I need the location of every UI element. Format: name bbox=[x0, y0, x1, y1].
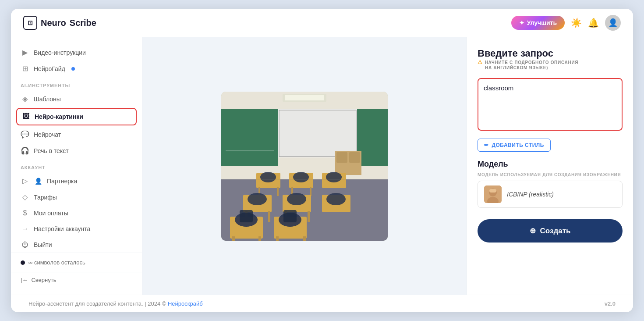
symbols-left: ∞ символов осталось bbox=[21, 259, 132, 266]
svg-rect-34 bbox=[232, 236, 235, 241]
svg-rect-5 bbox=[279, 110, 356, 157]
sidebar-item-label: Мои оплаты bbox=[34, 210, 68, 217]
model-avatar bbox=[484, 185, 502, 203]
svg-rect-3 bbox=[221, 109, 278, 166]
svg-rect-49 bbox=[489, 189, 496, 193]
sidebar: ▶ Видео-инструкции ⊞ НейроГайд AI-ИНСТРУ… bbox=[11, 37, 142, 295]
collapse-icon: |← bbox=[21, 277, 28, 283]
svg-rect-37 bbox=[303, 236, 306, 241]
new-dot bbox=[71, 67, 75, 71]
create-button[interactable]: ⊕ Создать bbox=[478, 219, 623, 243]
settings-icon: → bbox=[21, 225, 29, 233]
upgrade-icon: ✦ bbox=[519, 19, 524, 26]
video-icon: ▶ bbox=[21, 48, 29, 57]
content-area: Введите запрос ⚠ НАЧНИТЕ С ПОДРОБНОГО ОП… bbox=[142, 37, 633, 295]
svg-rect-11 bbox=[349, 152, 360, 163]
svg-point-19 bbox=[260, 172, 276, 182]
sidebar-item-neuro-images[interactable]: 🖼 Нейро-картинки bbox=[16, 108, 137, 125]
logo: ⊡ NeuroScribe bbox=[23, 16, 96, 30]
model-title: Модель bbox=[478, 160, 623, 169]
tariffs-icon: ◇ bbox=[21, 193, 29, 201]
collapse-button[interactable]: |← Свернуть bbox=[11, 272, 142, 288]
partner-icon: ▷ bbox=[21, 177, 29, 185]
svg-rect-28 bbox=[308, 211, 310, 222]
query-textarea[interactable]: classroom bbox=[478, 78, 623, 131]
sidebar-item-speech[interactable]: 🎧 Речь в текст bbox=[11, 143, 142, 159]
warning-icon: ⚠ bbox=[478, 59, 483, 65]
add-style-button[interactable]: ✏ добавить стиль bbox=[478, 139, 551, 152]
svg-rect-35 bbox=[258, 236, 261, 241]
speech-icon: 🎧 bbox=[21, 146, 29, 155]
subtitle-text1: НАЧНИТЕ С ПОДРОБНОГО ОПИСАНИЯ bbox=[485, 60, 578, 65]
model-name: ICBINP (realistic) bbox=[507, 191, 554, 198]
avatar[interactable]: 👤 bbox=[605, 15, 621, 31]
header-right: ✦ Улучшить ☀️ 🔔 👤 bbox=[511, 15, 621, 31]
section-ai-label: AI-ИНСТРУМЕНТЫ bbox=[11, 77, 142, 91]
sidebar-item-label: Речь в текст bbox=[34, 147, 69, 154]
main-layout: ▶ Видео-инструкции ⊞ НейроГайд AI-ИНСТРУ… bbox=[11, 37, 633, 295]
svg-point-20 bbox=[293, 172, 309, 182]
sidebar-item-templates[interactable]: ◈ Шаблоны bbox=[11, 91, 142, 107]
sidebar-item-label: Нейро-картинки bbox=[35, 113, 83, 120]
sidebar-item-label: Нейрочат bbox=[34, 131, 61, 138]
upgrade-button[interactable]: ✦ Улучшить bbox=[511, 16, 565, 30]
svg-rect-6 bbox=[357, 109, 388, 166]
sidebar-item-settings[interactable]: → Настройки аккаунта bbox=[11, 221, 142, 237]
sidebar-item-label: НейроГайд bbox=[34, 65, 65, 72]
sidebar-item-partner[interactable]: ▷ 👤 Партнерка bbox=[11, 173, 142, 189]
payments-icon: $ bbox=[21, 209, 29, 217]
sidebar-footer: ∞ символов осталось bbox=[11, 253, 142, 272]
sidebar-item-neurochat[interactable]: 💬 Нейрочат bbox=[11, 126, 142, 143]
neuro-images-icon: 🖼 bbox=[21, 113, 30, 121]
notifications-button[interactable]: 🔔 bbox=[588, 18, 599, 28]
sidebar-item-tariffs[interactable]: ◇ Тарифы bbox=[11, 189, 142, 205]
svg-point-30 bbox=[287, 193, 306, 205]
model-subtitle: МОДЕЛЬ ИСПОЛЬЗУЕМАЯ ДЛЯ СОЗДАНИЯ ИЗОБРАЖ… bbox=[478, 172, 623, 177]
sidebar-item-label: Тарифы bbox=[34, 194, 57, 201]
query-section: Введите запрос ⚠ НАЧНИТЕ С ПОДРОБНОГО ОП… bbox=[478, 48, 623, 70]
sidebar-item-payments[interactable]: $ Мои оплаты bbox=[11, 205, 142, 221]
logo-neuro: Neuro bbox=[41, 18, 66, 28]
symbols-dot bbox=[21, 260, 25, 265]
create-label: Создать bbox=[540, 227, 571, 235]
sidebar-item-label: Шаблоны bbox=[34, 96, 61, 103]
footer-text: Нейро-ассистент для создателей контента.… bbox=[28, 300, 203, 307]
footer-main-text: Нейро-ассистент для создателей контента.… bbox=[28, 300, 168, 307]
image-section bbox=[142, 37, 467, 295]
app-window: ⊡ NeuroScribe ✦ Улучшить ☀️ 🔔 👤 ▶ Видео-… bbox=[11, 9, 633, 312]
sidebar-item-logout[interactable]: ⏻ Выйти bbox=[11, 237, 142, 253]
person-icon: 👤 bbox=[34, 178, 42, 185]
sidebar-item-neuroguide[interactable]: ⊞ НейроГайд bbox=[11, 61, 142, 77]
arrow-to-create bbox=[467, 208, 471, 235]
templates-icon: ◈ bbox=[21, 95, 29, 103]
svg-point-29 bbox=[248, 193, 267, 205]
collapse-label: Свернуть bbox=[31, 277, 56, 283]
header: ⊡ NeuroScribe ✦ Улучшить ☀️ 🔔 👤 bbox=[11, 9, 633, 37]
theme-toggle-button[interactable]: ☀️ bbox=[571, 18, 582, 28]
section-account-label: АККАУНТ bbox=[11, 159, 142, 173]
sidebar-item-video[interactable]: ▶ Видео-инструкции bbox=[11, 44, 142, 61]
symbols-label: ∞ символов осталось bbox=[28, 259, 85, 266]
arrow-to-textarea bbox=[467, 72, 471, 99]
sidebar-item-label: Видео-инструкции bbox=[34, 49, 86, 56]
svg-rect-41 bbox=[283, 210, 297, 222]
footer: Нейро-ассистент для создателей контента.… bbox=[11, 295, 633, 312]
neuroguide-icon: ⊞ bbox=[21, 64, 29, 73]
svg-point-31 bbox=[326, 193, 346, 205]
svg-rect-26 bbox=[268, 211, 270, 222]
add-style-label: добавить стиль bbox=[492, 142, 544, 148]
right-panel: Введите запрос ⚠ НАЧНИТЕ С ПОДРОБНОГО ОП… bbox=[467, 37, 633, 295]
model-selector[interactable]: ICBINP (realistic) bbox=[478, 181, 623, 208]
panel-subtitle: ⚠ НАЧНИТЕ С ПОДРОБНОГО ОПИСАНИЯ bbox=[478, 59, 623, 65]
sidebar-item-label: Партнерка bbox=[47, 178, 77, 185]
panel-subtitle2: НА АНГЛИЙСКОМ ЯЗЫКЕ) bbox=[478, 65, 623, 70]
footer-link[interactable]: Нейроскрайб bbox=[168, 300, 203, 307]
create-icon: ⊕ bbox=[530, 226, 536, 235]
logo-scribe: Scribe bbox=[70, 18, 96, 28]
svg-rect-40 bbox=[240, 210, 253, 222]
subtitle-text2: НА АНГЛИЙСКОМ ЯЗЫКЕ) bbox=[485, 65, 548, 70]
svg-rect-10 bbox=[336, 152, 347, 163]
model-section: Модель МОДЕЛЬ ИСПОЛЬЗУЕМАЯ ДЛЯ СОЗДАНИЯ … bbox=[478, 160, 623, 208]
logo-icon: ⊡ bbox=[23, 16, 37, 30]
add-style-icon: ✏ bbox=[484, 142, 488, 148]
